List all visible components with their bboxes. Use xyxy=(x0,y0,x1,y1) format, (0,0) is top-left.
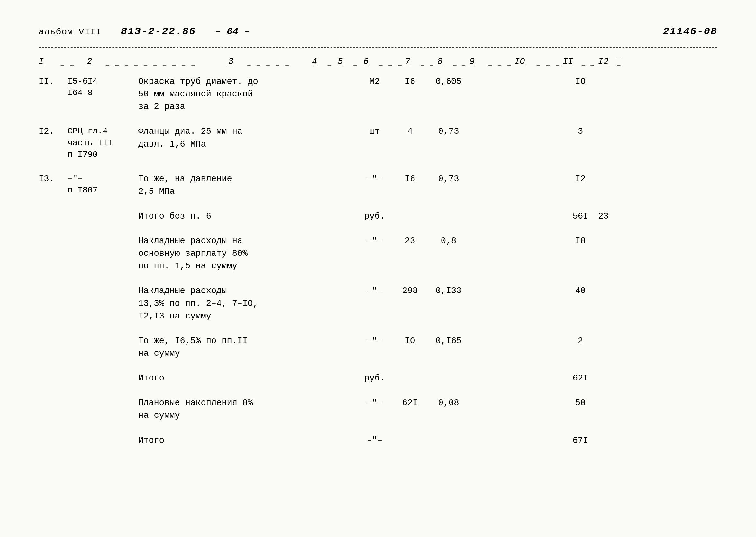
col-header-11: II xyxy=(563,57,582,66)
row-desc: То же, I6,5% по пп.II на сумму xyxy=(138,335,357,360)
row-c10: 3 xyxy=(563,125,598,138)
row-desc: Итого xyxy=(138,372,357,385)
row-ref: СРЦ гл.4 часть III п I790 xyxy=(67,125,138,160)
row-c10: 2 xyxy=(563,335,598,348)
row-c10: 56I xyxy=(563,210,598,223)
row-unit: шт xyxy=(357,125,392,138)
col-header-4: 4 xyxy=(312,57,328,66)
row-unit: –"– xyxy=(357,173,392,186)
col-header-5: 5 xyxy=(338,57,354,66)
col-header-9: 9 xyxy=(469,57,489,66)
row-num: I3. xyxy=(39,173,67,186)
row-c10: IO xyxy=(563,75,598,88)
row-qty: 62I xyxy=(392,397,428,409)
col-header-1: I xyxy=(39,57,61,66)
table-row: Итого без п. 6 руб. 56I 23 xyxy=(39,210,717,223)
row-price: 0,605 xyxy=(428,75,469,88)
row-unit: –"– xyxy=(357,397,392,409)
col-header-6: 6 xyxy=(363,57,379,66)
row-desc: Окраска труб диамет. до 50 мм масляной к… xyxy=(138,75,357,113)
row-price: 0,73 xyxy=(428,173,469,186)
doc-number2: 21146-08 xyxy=(663,26,717,38)
row-qty: 298 xyxy=(392,285,428,297)
row-unit: –"– xyxy=(357,285,392,297)
row-unit: руб. xyxy=(357,210,392,223)
row-c10: I2 xyxy=(563,173,598,186)
table-row: Итого руб. 62I xyxy=(39,372,717,385)
row-c10: 50 xyxy=(563,397,598,409)
row-desc: Итого xyxy=(138,434,357,447)
row-desc: Плановые накопления 8% на сумму xyxy=(138,397,357,422)
table-row: II. I5-6I4 I64–8 Окраска труб диамет. до… xyxy=(39,75,717,113)
row-qty: IO xyxy=(392,335,428,348)
col-header-2: 2 xyxy=(87,57,106,66)
doc-number: 813-2-22.86 xyxy=(121,26,196,38)
page-label: – 64 – xyxy=(215,26,250,37)
page: альбом VIII 813-2-22.86 – 64 – 21146-08 … xyxy=(0,0,756,537)
col-header-8: 8 xyxy=(437,57,453,66)
col-header-7: 7 xyxy=(405,57,421,66)
row-unit: –"– xyxy=(357,235,392,247)
row-qty: I6 xyxy=(392,75,428,88)
row-num: I2. xyxy=(39,125,67,138)
row-unit: –"– xyxy=(357,434,392,447)
row-desc: Итого без п. 6 xyxy=(138,210,357,223)
table-row: Накладные расходы на основную зарплату 8… xyxy=(39,235,717,272)
row-c10: 62I xyxy=(563,372,598,385)
table-row: I3. –"– п I807 То же, на давление 2,5 МП… xyxy=(39,173,717,198)
table-row: Накладные расходы 13,3% по пп. 2–4, 7–IO… xyxy=(39,285,717,322)
header-divider xyxy=(39,47,717,48)
row-num: II. xyxy=(39,75,67,88)
row-price: 0,08 xyxy=(428,397,469,409)
header-row: альбом VIII 813-2-22.86 – 64 – 21146-08 xyxy=(39,26,717,38)
col-header-12: I2 xyxy=(598,57,617,66)
table-row: Итого –"– 67I xyxy=(39,434,717,447)
row-desc: Накладные расходы на основную зарплату 8… xyxy=(138,235,357,272)
row-price: 0,8 xyxy=(428,235,469,247)
row-c10: I8 xyxy=(563,235,598,247)
table-row: I2. СРЦ гл.4 часть III п I790 Фланцы диа… xyxy=(39,125,717,160)
album-label: альбом VIII xyxy=(39,27,102,37)
col-header-3: 3 xyxy=(228,57,247,66)
row-unit: руб. xyxy=(357,372,392,385)
table-row: То же, I6,5% по пп.II на сумму –"– IO 0,… xyxy=(39,335,717,360)
row-desc: Накладные расходы 13,3% по пп. 2–4, 7–IO… xyxy=(138,285,357,322)
col-header-10: IO xyxy=(514,57,537,66)
table-row: Плановые накопления 8% на сумму –"– 62I … xyxy=(39,397,717,422)
row-c11: 23 xyxy=(598,210,630,223)
row-unit: М2 xyxy=(357,75,392,88)
row-desc: То же, на давление 2,5 МПа xyxy=(138,173,357,198)
row-price: 0,I65 xyxy=(428,335,469,348)
row-c10: 40 xyxy=(563,285,598,297)
row-qty: 23 xyxy=(392,235,428,247)
main-table: II. I5-6I4 I64–8 Окраска труб диамет. до… xyxy=(39,75,717,447)
row-price: 0,73 xyxy=(428,125,469,138)
row-qty: 4 xyxy=(392,125,428,138)
row-price: 0,I33 xyxy=(428,285,469,297)
row-qty: I6 xyxy=(392,173,428,186)
row-desc: Фланцы диа. 25 мм на давл. 1,6 МПа xyxy=(138,125,357,150)
row-c10: 67I xyxy=(563,434,598,447)
row-ref: –"– п I807 xyxy=(67,173,138,196)
row-ref: I5-6I4 I64–8 xyxy=(67,75,138,99)
row-unit: –"– xyxy=(357,335,392,348)
